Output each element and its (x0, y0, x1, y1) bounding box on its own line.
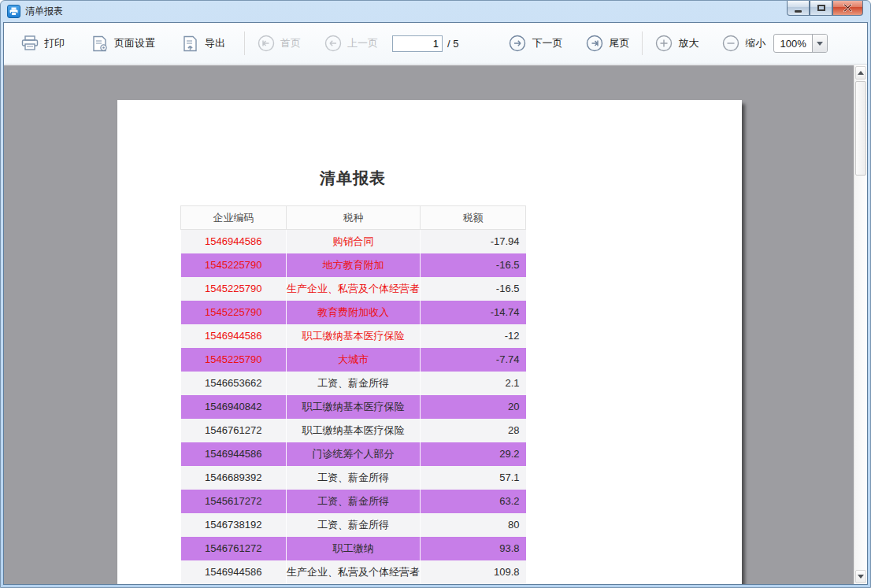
cell-company-code: 1546689392 (181, 466, 287, 490)
zoom-dropdown-button[interactable] (812, 35, 827, 52)
cell-company-code: 1546940842 (181, 395, 287, 419)
window-controls (787, 1, 863, 16)
table-row: 1546738192 工资、薪金所得 80 (181, 513, 526, 537)
page-setup-button[interactable]: 页面设置 (85, 31, 161, 57)
cell-company-code: 1546738192 (181, 513, 287, 537)
cell-tax-type: 门诊统筹个人部分 (287, 442, 421, 466)
page-setup-label: 页面设置 (114, 36, 155, 50)
prev-page-icon (324, 35, 342, 52)
table-row: 1545617272 工资、薪金所得 63.2 (181, 490, 526, 513)
printer-icon (21, 35, 39, 51)
export-icon (182, 35, 199, 52)
table-row: 1545225790 生产企业、私营及个体经营者 -16.5 (181, 277, 526, 301)
prev-page-label: 上一页 (347, 36, 378, 50)
header-tax-amount: 税额 (421, 206, 526, 230)
maximize-button[interactable] (810, 1, 832, 16)
window-title: 清单报表 (25, 5, 63, 18)
table-row: 1546944586 职工缴纳基本医疗保险 -12 (181, 324, 526, 348)
print-button[interactable]: 打印 (15, 31, 71, 56)
cell-tax-amount: 80 (421, 513, 526, 537)
last-page-icon (586, 35, 603, 52)
cell-tax-type: 工资、薪金所得 (287, 490, 421, 513)
cell-tax-type: 职工缴纳 (287, 537, 421, 560)
cell-company-code: 1546761272 (181, 537, 287, 560)
cell-tax-amount: -17.94 (421, 230, 526, 253)
zoom-in-label: 放大 (678, 36, 699, 50)
export-button[interactable]: 导出 (176, 31, 232, 57)
page-setup-icon (91, 35, 109, 52)
app-printer-icon (7, 5, 20, 18)
cell-tax-amount: 2.1 (421, 372, 526, 395)
cell-tax-amount: -16.5 (421, 253, 526, 277)
table-row: 1545225790 地方教育附加 -16.5 (181, 253, 526, 277)
table-row: 1546944586 购销合同 -17.94 (181, 230, 526, 253)
cell-tax-amount: -14.74 (421, 301, 526, 324)
cell-tax-amount: -7.74 (421, 348, 526, 372)
zoom-out-button[interactable]: 缩小 (716, 30, 772, 57)
page-number-input[interactable] (392, 35, 443, 52)
cell-tax-amount: 63.2 (421, 490, 526, 513)
cell-company-code: 1546653662 (181, 372, 287, 395)
cell-tax-amount: 57.1 (421, 466, 526, 490)
cell-tax-amount: -16.5 (421, 277, 526, 301)
first-page-label: 首页 (280, 36, 301, 50)
zoom-in-button[interactable]: 放大 (649, 30, 705, 57)
cell-tax-type: 工资、薪金所得 (287, 466, 421, 490)
last-page-button[interactable]: 尾页 (580, 30, 636, 57)
cell-company-code: 1546944586 (181, 442, 287, 466)
export-label: 导出 (205, 36, 225, 50)
scroll-up-button[interactable] (855, 66, 866, 80)
cell-tax-type: 大城市 (287, 348, 421, 372)
next-page-icon (509, 35, 526, 52)
table-row: 1545225790 大城市 -7.74 (181, 348, 526, 372)
minimize-button[interactable] (787, 1, 810, 16)
cell-tax-amount: 28 (421, 419, 526, 442)
cell-company-code: 1546761272 (181, 419, 287, 442)
client-area: 打印 页面设置 (3, 22, 868, 585)
header-tax-type: 税种 (287, 206, 421, 230)
close-button[interactable] (832, 1, 863, 16)
cell-tax-type: 工资、薪金所得 (287, 372, 421, 395)
cell-tax-amount: 109.8 (421, 560, 526, 584)
app-window: 清单报表 (0, 0, 871, 588)
maximize-icon (817, 5, 825, 11)
cell-tax-type: 职工缴纳基本医疗保险 (287, 419, 421, 442)
table-row: 1546761272 职工缴纳基本医疗保险 28 (181, 419, 526, 442)
cell-company-code: 1545225790 (181, 301, 287, 324)
toolbar-separator (244, 31, 245, 55)
cell-tax-type: 职工缴纳基本医疗保险 (287, 324, 421, 348)
table-row: 1545225790 教育费附加收入 -14.74 (181, 301, 526, 324)
report-title: 清单报表 (180, 168, 525, 189)
table-header-row: 企业编码 税种 税额 (181, 206, 526, 230)
table-row: 1546653662 工资、薪金所得 2.1 (181, 372, 526, 395)
cell-tax-amount: -12 (421, 324, 526, 348)
prev-page-button[interactable]: 上一页 (318, 30, 384, 57)
chevron-down-icon (817, 42, 823, 46)
cell-tax-amount: 93.8 (421, 537, 526, 560)
zoom-level-value: 100% (774, 35, 811, 52)
page-number-box: / 5 (392, 35, 458, 52)
table-row: 1546940842 职工缴纳基本医疗保险 20 (181, 395, 526, 419)
cell-tax-type: 生产企业、私营及个体经营者 (287, 277, 421, 301)
table-row: 1546761272 职工缴纳 93.8 (181, 537, 526, 560)
cell-company-code: 1546944586 (181, 324, 287, 348)
vertical-scrollbar[interactable] (854, 65, 867, 584)
zoom-in-icon (655, 35, 673, 52)
first-page-button[interactable]: 首页 (251, 30, 307, 57)
table-row: 1546689392 工资、薪金所得 57.1 (181, 466, 526, 490)
table-row: 1546944586 门诊统筹个人部分 29.2 (181, 442, 526, 466)
last-page-label: 尾页 (609, 36, 629, 50)
scrollbar-thumb[interactable] (855, 81, 866, 176)
next-page-label: 下一页 (532, 36, 562, 50)
cell-company-code: 1545225790 (181, 277, 287, 301)
cell-company-code: 1546944586 (181, 230, 287, 253)
cell-tax-type: 教育费附加收入 (287, 301, 421, 324)
zoom-level-select[interactable]: 100% (773, 34, 827, 53)
next-page-button[interactable]: 下一页 (502, 30, 569, 57)
cell-company-code: 1545225790 (181, 348, 287, 372)
cell-tax-type: 职工缴纳基本医疗保险 (287, 395, 421, 419)
cell-tax-type: 地方教育附加 (287, 253, 421, 277)
cell-tax-amount: 29.2 (421, 442, 526, 466)
close-icon (843, 4, 852, 12)
scroll-down-button[interactable] (855, 570, 866, 583)
